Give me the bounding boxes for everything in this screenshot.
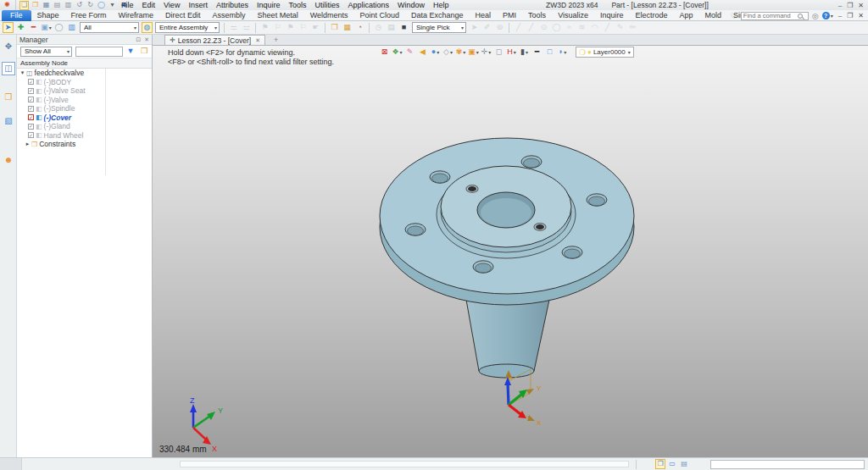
filter-circle-icon[interactable]: ⊙ [538,22,549,33]
tree-item-spindle[interactable]: ✓ ◧ (-)Spindle [17,104,152,113]
menu-item-window[interactable]: Window [393,1,429,9]
tree-item-feedcheckvalve[interactable]: ▾ ◫ feedcheckvalve [17,69,152,78]
find-command-box[interactable] [741,12,809,20]
add-entity-icon[interactable]: ✚ [15,22,26,33]
menu-item-applications[interactable]: Applications [344,1,394,9]
drag-component-icon[interactable]: ☛ [310,22,321,33]
zoom-window-icon[interactable]: ◻ [493,47,504,58]
shade-mode-icon[interactable]: ●▾ [430,47,441,58]
align-horizontal-icon[interactable]: ⚌ [228,22,239,33]
checkbox[interactable]: ✓ [28,79,34,85]
pick-cursor-icon[interactable]: ➤ [469,22,480,33]
exit-icon[interactable]: ⊠ [379,47,390,58]
show-manager-icon[interactable]: ❐ [655,459,665,469]
caret-right-icon[interactable]: ▸ [24,141,31,147]
filter-spline-icon[interactable]: ≋ [576,22,587,33]
tree-item-valve-seat[interactable]: ✓ ◧ (-)Valve Seat [17,86,152,96]
help-dropdown-icon[interactable]: ▾ [831,13,833,19]
insert-component-icon[interactable]: ▣▾ [41,22,52,33]
menu-item-utilities[interactable]: Utilities [310,1,343,9]
reference-icon[interactable]: ◯ [53,22,64,33]
pack-component-icon[interactable]: ⚑ [285,22,296,33]
output-panel-icon[interactable]: ▤ [679,459,689,469]
visual-manager-tab-icon[interactable]: ❒ [2,91,15,104]
zw3d-logo-icon[interactable]: ✺ [3,1,12,10]
search-icon[interactable] [798,14,803,19]
new-tab-button[interactable]: + [271,35,281,45]
tab-data-exchange[interactable]: Data Exchange [405,10,470,21]
tab-pmi[interactable]: PMI [497,10,522,21]
tab-app[interactable]: App [674,10,699,21]
doc-close-button[interactable]: ✕ [858,12,864,19]
fix-component-icon[interactable]: ⚐ [272,22,283,33]
tree-search-input[interactable] [75,47,123,57]
tree-item-valve[interactable]: ✓ ◧ (-)Valve [17,96,152,105]
datum-csys[interactable]: Y X [504,369,542,427]
favorites-icon[interactable]: ♡ [731,12,737,20]
record-stop-icon[interactable]: ■ [398,22,409,33]
wireframe-mode-icon[interactable]: ◇▾ [442,47,453,58]
doc-minimize-button[interactable]: – [838,12,842,19]
align-vertical-icon[interactable]: ⚍ [241,22,252,33]
caret-down-icon[interactable]: ▾ [19,69,26,76]
auto-regen-icon[interactable]: ❒ [329,22,340,33]
tree-item-hand-wheel[interactable]: ✓ ◧ Hand Wheel [17,131,152,141]
filter-sketch2-icon[interactable]: ✏ [627,22,638,33]
help-icon[interactable]: ? [822,12,830,19]
close-button[interactable]: ✕ [858,2,864,9]
tree-item-cover[interactable]: ✓ ◧ (-)Cover [17,113,152,123]
scope-globe-icon[interactable]: ◍ [142,22,153,33]
refresh-view-icon[interactable]: ❖▾ [392,47,403,58]
checkbox[interactable]: ✓ [28,114,34,120]
history-icon[interactable]: ◔ [354,22,365,33]
undo-icon[interactable]: ↺ [75,1,84,10]
scope-select[interactable]: Entire Assembly▾ [155,22,220,33]
filter-segment-icon[interactable]: ╱ [602,22,613,33]
filter-funnel-icon[interactable]: ▼ [125,46,136,57]
fit-view-icon[interactable]: ◀ [417,47,428,58]
doc-restore-button[interactable]: ❐ [847,12,853,19]
minimize-button[interactable]: – [838,2,842,9]
tab-direct-edit[interactable]: Direct Edit [159,10,207,21]
notes-icon[interactable]: ▤ [386,22,397,33]
print-preview-icon[interactable]: ▥ [64,1,73,10]
pick-mode-select[interactable]: Single Pick▾ [412,22,466,33]
menu-item-tools[interactable]: Tools [284,1,310,9]
qat-dropdown-icon[interactable]: ▾ [108,1,117,10]
filter-arc-icon[interactable]: ◠ [589,22,600,33]
new-file-icon[interactable]: ❏ [19,1,29,10]
anchor-component-icon[interactable]: ⚑ [259,22,270,33]
tab-free-form[interactable]: Free Form [65,10,113,21]
tree-item-body[interactable]: ✓ ◧ (-)BODY [17,78,152,87]
redo-icon[interactable]: ↻ [86,1,95,10]
menu-item-view[interactable]: View [159,1,184,9]
filter-polyline-icon[interactable]: ╱ [526,22,537,33]
remove-entity-icon[interactable]: ━ [28,22,39,33]
restore-button[interactable]: ❐ [847,2,853,9]
filter-sketch-icon[interactable]: ✎ [615,22,626,33]
tree-item-constraints[interactable]: ▸ ❒ Constraints [17,140,152,149]
tab-wireframe[interactable]: Wireframe [113,10,160,21]
tab-shape[interactable]: Shape [31,10,65,21]
manager-close-icon[interactable]: ✕ [144,36,149,43]
save-icon[interactable]: ▦ [42,1,51,10]
layer-selector[interactable]: ❍ ● Layer0000 ▾ [576,47,634,58]
tab-weldments[interactable]: Weldments [304,10,354,21]
tree-item-gland[interactable]: ✓ ◧ (-)Gland [17,122,152,131]
pin-icon[interactable]: ⊡ [136,36,141,43]
checkbox[interactable]: ✓ [28,106,34,112]
viewport-3d-scene[interactable]: Y X Z Y X [153,46,868,457]
checkbox[interactable]: ✓ [28,97,34,102]
part-cone[interactable] [466,300,549,378]
role-tab-icon[interactable]: ☻ [2,153,15,167]
pick-filter-icon[interactable]: ➤ [3,22,14,33]
section-view-icon[interactable]: H▾ [506,47,517,58]
open-file-icon[interactable]: ❒ [31,1,40,10]
checkbox[interactable]: ✓ [28,88,34,94]
menu-item-inquire[interactable]: Inquire [253,1,285,9]
tab-inquire[interactable]: Inquire [594,10,630,21]
document-tab-cover[interactable]: ✛ Lesson 22.Z3 - [Cover] ✕ [164,35,265,45]
menu-item-file[interactable]: File [117,1,138,9]
checkbox[interactable]: ✓ [28,124,34,130]
menu-item-insert[interactable]: Insert [184,1,212,9]
